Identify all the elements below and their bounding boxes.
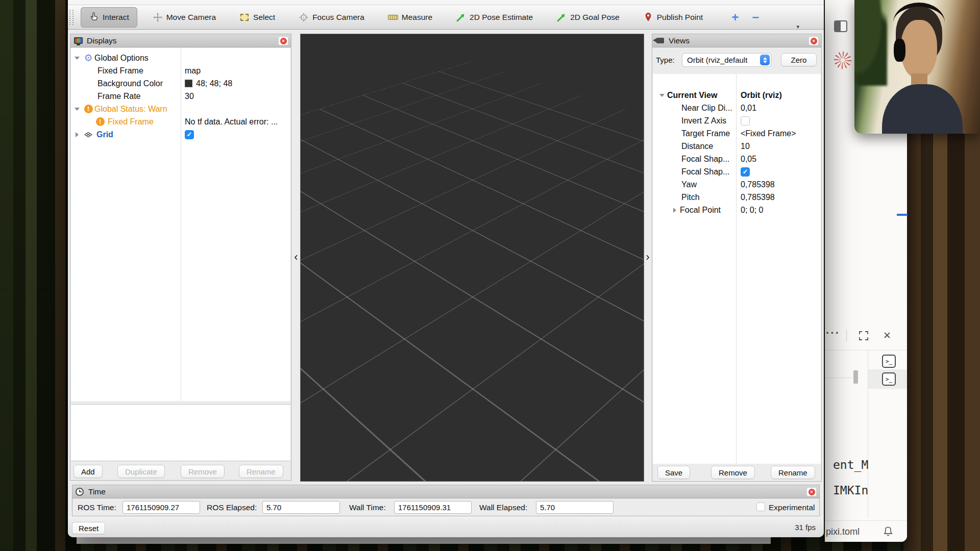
row-grid[interactable]: Grid (71, 128, 290, 141)
property-value[interactable]: map (181, 66, 201, 76)
tool-2d-pose-estimate[interactable]: 2D Pose Estimate (448, 7, 541, 28)
statusbar-filename[interactable]: pixi.toml (826, 527, 860, 537)
row-focal-shape-size[interactable]: Focal Shap... 0,05 (653, 153, 821, 165)
reset-button[interactable]: Reset (72, 522, 105, 534)
zero-button[interactable]: Zero (781, 53, 817, 66)
wall-time-label: Wall Time: (349, 503, 386, 512)
property-label: Fixed Frame (108, 117, 154, 127)
views-panel-titlebar[interactable]: Views (652, 34, 821, 47)
row-global-status[interactable]: Global Status: Warn (71, 103, 290, 115)
wall-time-input[interactable]: 1761150909.31 (394, 501, 472, 514)
property-value[interactable]: 0; 0; 0 (736, 206, 763, 215)
row-focal-shape-fixed-size[interactable]: Focal Shap... (653, 165, 821, 178)
property-label: Distance (681, 142, 713, 151)
collapse-views-panel-handle[interactable] (644, 251, 652, 263)
property-label: Background Color (97, 79, 163, 88)
row-global-options[interactable]: Global Options (71, 52, 290, 64)
terminal-icon[interactable] (882, 372, 896, 386)
ros-time-input[interactable]: 1761150909.27 (122, 501, 200, 514)
tool-publish-point[interactable]: Publish Point (635, 7, 711, 28)
dropdown-stepper-icon[interactable] (760, 55, 770, 65)
grid-enabled-checkbox[interactable] (185, 130, 194, 139)
window-titlebar-edge (68, 0, 824, 5)
property-value[interactable]: 0,05 (736, 155, 756, 164)
row-yaw[interactable]: Yaw 0,785398 (653, 178, 821, 191)
divider (825, 378, 852, 378)
close-panel-button[interactable] (808, 36, 819, 45)
rename-button[interactable]: Rename (239, 465, 283, 478)
row-pitch[interactable]: Pitch 0,785398 (653, 191, 821, 204)
terminal-icon[interactable] (882, 355, 896, 368)
row-target-frame[interactable]: Target Frame <Fixed Frame> (653, 127, 821, 140)
chevron-expanded-icon[interactable] (72, 108, 82, 111)
remove-tool-button[interactable]: − (752, 10, 759, 24)
property-value[interactable]: 10 (736, 142, 750, 151)
view-type-dropdown[interactable]: Orbit (rviz_default (682, 53, 771, 67)
close-icon[interactable] (883, 330, 891, 341)
focal-shape-checkbox[interactable] (741, 167, 750, 177)
warning-icon (94, 117, 106, 126)
invert-z-axis-checkbox[interactable] (741, 116, 750, 126)
webcam-person-face (901, 20, 937, 79)
collapse-displays-panel-handle[interactable] (292, 251, 300, 263)
row-fixed-frame-warning[interactable]: Fixed Frame No tf data. Actual error: ..… (71, 115, 290, 128)
scrollbar-thumb[interactable] (853, 370, 858, 384)
row-background-color[interactable]: Background Color 48; 48; 48 (71, 77, 290, 90)
remove-button[interactable]: Remove (181, 465, 225, 478)
ros-elapsed-input[interactable]: 5.70 (262, 501, 340, 514)
property-label: Current View (667, 91, 717, 100)
warning-icon (82, 105, 94, 113)
views-buttons-row: Save Remove Rename (652, 466, 821, 481)
property-value[interactable]: 0,785398 (736, 193, 775, 202)
close-panel-button[interactable] (806, 487, 817, 496)
tool-focus-camera[interactable]: Focus Camera (290, 7, 373, 28)
color-swatch[interactable] (185, 80, 192, 87)
chevron-expanded-icon[interactable] (72, 57, 82, 60)
row-focal-point[interactable]: Focal Point 0; 0; 0 (653, 204, 821, 216)
bell-icon[interactable] (883, 525, 894, 538)
render-viewport[interactable] (300, 34, 644, 482)
close-panel-button[interactable] (278, 36, 288, 45)
panel-title: Views (669, 36, 690, 45)
editor-statusbar: pixi.toml (825, 520, 907, 542)
tool-select[interactable]: Select (231, 7, 283, 28)
row-fixed-frame[interactable]: Fixed Frame map (71, 64, 290, 77)
ros-elapsed-label: ROS Elapsed: (207, 503, 257, 512)
chevron-collapsed-icon[interactable] (670, 208, 680, 213)
tool-2d-goal-pose[interactable]: 2D Goal Pose (548, 7, 628, 28)
green-arrow-icon (556, 12, 567, 22)
save-view-button[interactable]: Save (657, 466, 690, 479)
property-value[interactable]: 48; 48; 48 (196, 79, 232, 88)
starburst-icon[interactable] (834, 52, 851, 69)
more-menu-icon[interactable] (826, 327, 840, 340)
tool-measure[interactable]: Measure (380, 7, 440, 28)
property-label: Target Frame (681, 129, 730, 138)
remove-view-button[interactable]: Remove (711, 466, 755, 479)
row-frame-rate[interactable]: Frame Rate 30 (71, 90, 290, 103)
experimental-checkbox[interactable] (756, 503, 765, 511)
property-value[interactable]: 30 (181, 92, 194, 101)
row-invert-z-axis[interactable]: Invert Z Axis (653, 114, 821, 127)
property-value[interactable]: <Fixed Frame> (736, 129, 796, 138)
tool-interact[interactable]: Interact (81, 7, 137, 28)
sidebar-toggle-icon[interactable] (834, 20, 847, 32)
chevron-expanded-icon[interactable] (657, 94, 667, 97)
chevron-collapsed-icon[interactable] (72, 132, 82, 137)
views-icon (656, 38, 664, 43)
time-panel-titlebar[interactable]: Time (72, 485, 819, 498)
property-value: No tf data. Actual error: ... (181, 117, 278, 127)
add-button[interactable]: Add (74, 465, 103, 478)
add-tool-button[interactable]: + (731, 10, 739, 24)
property-value[interactable]: 0,01 (736, 104, 756, 113)
property-value[interactable]: 0,785398 (736, 180, 775, 189)
row-near-clip-distance[interactable]: Near Clip Di... 0,01 (653, 102, 821, 114)
duplicate-button[interactable]: Duplicate (117, 465, 165, 478)
displays-panel-titlebar[interactable]: Displays (70, 34, 291, 47)
row-current-view[interactable]: Current View Orbit (rviz) (653, 89, 821, 102)
tool-move-camera[interactable]: Move Camera (144, 7, 224, 28)
wall-elapsed-input[interactable]: 5.70 (536, 501, 614, 514)
toolbar-drag-handle[interactable] (69, 10, 74, 25)
fullscreen-icon[interactable] (859, 331, 869, 341)
rename-view-button[interactable]: Rename (771, 466, 815, 479)
row-distance[interactable]: Distance 10 (653, 140, 821, 153)
